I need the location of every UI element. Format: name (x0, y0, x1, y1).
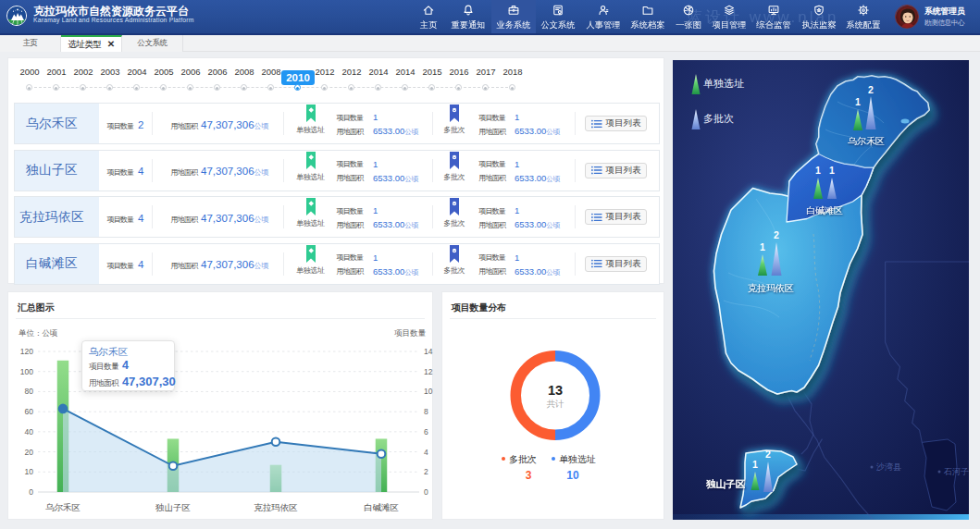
single-count-value: 1 (373, 159, 378, 169)
x-category-label: 白碱滩区 (364, 502, 399, 512)
timeline-dot[interactable] (80, 84, 86, 91)
single-area-value: 6533.00公顷 (373, 219, 418, 230)
home-icon (422, 4, 435, 17)
single-site-label: 单独选址 (283, 265, 339, 276)
timeline-year[interactable]: 2018 (494, 67, 531, 77)
nav-item-projects[interactable]: 项目管理 (707, 0, 752, 33)
project-count-label: 项目数量 (478, 113, 505, 123)
timeline-dot[interactable] (375, 84, 381, 91)
legend-value-multi: 3 (510, 469, 547, 482)
summary-chart[interactable]: 1201410012801060840620410200乌尔禾区独山子区克拉玛依… (8, 326, 434, 527)
close-icon[interactable]: ✕ (107, 40, 115, 49)
nav-item-archives[interactable]: 系统档案 (626, 0, 671, 33)
timeline-dot[interactable] (106, 84, 113, 91)
project-list-button[interactable]: 项目列表 (585, 256, 647, 272)
nav-item-enforcement[interactable]: 执法监察 (797, 0, 842, 33)
multi-count-value: 1 (515, 252, 519, 263)
karamay-map[interactable]: 沙湾县 石河子 单独选址 多批次 1 2 1 1 1 2 1 2 乌尔 (673, 60, 969, 520)
tab-bar: 主页 选址类型✕ 公文系统 (0, 35, 980, 52)
line-point-乌尔禾区[interactable] (59, 405, 68, 413)
single-count-value: 1 (373, 112, 378, 122)
timeline-dot[interactable] (402, 84, 408, 91)
project-count-label: 项目数量 (107, 215, 134, 225)
timeline-dot[interactable] (267, 84, 274, 91)
nav-item-business[interactable]: 业务系统 (491, 0, 537, 33)
timeline-dot[interactable] (348, 84, 354, 91)
land-area-label: 用地面积 (478, 173, 505, 183)
land-area-label: 用地面积 (171, 215, 198, 225)
project-list-button[interactable]: 项目列表 (585, 116, 647, 131)
timeline-dot[interactable] (321, 84, 328, 91)
land-area-label: 用地面积 (337, 220, 364, 230)
right-tick: 6 (424, 427, 428, 437)
timeline-dot-selected[interactable] (294, 84, 301, 91)
nav-item-home[interactable]: 主页 (410, 0, 446, 33)
timeline-dot[interactable] (241, 84, 247, 91)
timeline-dot[interactable] (53, 84, 59, 91)
svg-text:2: 2 (868, 84, 874, 95)
monitor-icon (767, 4, 780, 17)
timeline-dot[interactable] (455, 84, 462, 91)
tab-home[interactable]: 主页 (0, 35, 61, 52)
divider (152, 159, 153, 182)
right-tick: 10 (424, 387, 433, 396)
district-name: 独山子区 (15, 151, 99, 191)
timeline-dot[interactable] (187, 84, 193, 91)
land-area-label: 用地面积 (337, 266, 364, 277)
left-tick: 120 (20, 347, 33, 356)
nav-item-settings[interactable]: 系统配置 (841, 0, 887, 33)
legend-multi[interactable]: 多批次 (502, 453, 537, 466)
donut-total: 13 (509, 383, 602, 398)
timeline-dot[interactable] (509, 84, 515, 91)
user-dept: 勘测信息中心 (924, 18, 965, 28)
project-count-value: 2 (138, 119, 143, 130)
district-name: 克拉玛依区 (15, 197, 99, 237)
district-name: 白碱滩区 (15, 244, 99, 284)
single-site-ribbon-icon (306, 152, 316, 169)
multi-area-value: 6533.00公顷 (515, 126, 560, 137)
map-label-dushanzi: 独山子区 (705, 478, 746, 489)
land-area-value: 47,307,306公顷 (201, 166, 269, 178)
right-tick: 14 (424, 347, 433, 356)
tooltip-count-label: 项目数量 (89, 362, 118, 371)
timeline-dot[interactable] (428, 84, 435, 91)
divider (152, 205, 153, 228)
nav-item-docs[interactable]: 公文系统 (536, 0, 581, 33)
tab-site-type[interactable]: 选址类型✕ (61, 35, 122, 52)
map-panel: 沙湾县 石河子 单独选址 多批次 1 2 1 1 1 2 1 2 乌尔 (673, 60, 969, 520)
project-list-button[interactable]: 项目列表 (585, 163, 647, 178)
multi-count-value: 1 (515, 205, 519, 215)
line-point-白碱滩区[interactable] (378, 449, 386, 458)
multi-batch-label: 多批次 (427, 265, 482, 276)
timeline-dot[interactable] (133, 84, 140, 91)
legend-single[interactable]: 单独选址 (552, 453, 596, 466)
left-tick: 100 (20, 367, 33, 376)
svg-text:1: 1 (752, 459, 758, 470)
single-site-label: 单独选址 (283, 125, 339, 135)
project-count-label: 项目数量 (107, 261, 134, 271)
app-header: 克拉玛依市自然资源政务云平台 Karamay Land and Resource… (0, 0, 980, 35)
timeline-dot[interactable] (482, 84, 489, 91)
user-avatar (895, 5, 919, 29)
map-label-baijiantan: 白碱滩区 (806, 205, 843, 215)
timeline-dot[interactable] (160, 84, 167, 91)
donut-title: 项目数量分布 (452, 301, 506, 314)
right-tick: 0 (424, 487, 428, 497)
nav-item-notice[interactable]: 重要通知 (446, 0, 491, 33)
timeline-dot[interactable] (26, 84, 32, 91)
line-point-独山子区[interactable] (169, 461, 178, 470)
nav-item-map[interactable]: 一张图 (671, 0, 707, 33)
nav-item-supervision[interactable]: 综合监管 (751, 0, 797, 33)
user-box[interactable]: 系统管理员 勘测信息中心 (895, 0, 965, 33)
globe-icon (682, 4, 695, 17)
nav-item-hr[interactable]: 人事管理 (581, 0, 626, 33)
tab-doc-system[interactable]: 公文系统 (122, 35, 183, 52)
line-point-克拉玛依区[interactable] (272, 437, 280, 446)
tooltip-area-label: 用地面积 (89, 378, 118, 388)
right-tick: 8 (424, 407, 428, 416)
single-area-value: 6533.00公顷 (373, 173, 418, 184)
timeline-dot[interactable] (214, 84, 220, 91)
divider (575, 205, 576, 228)
app-subtitle: Karamay Land and Resources Administratio… (33, 17, 194, 23)
project-list-button[interactable]: 项目列表 (585, 209, 647, 225)
